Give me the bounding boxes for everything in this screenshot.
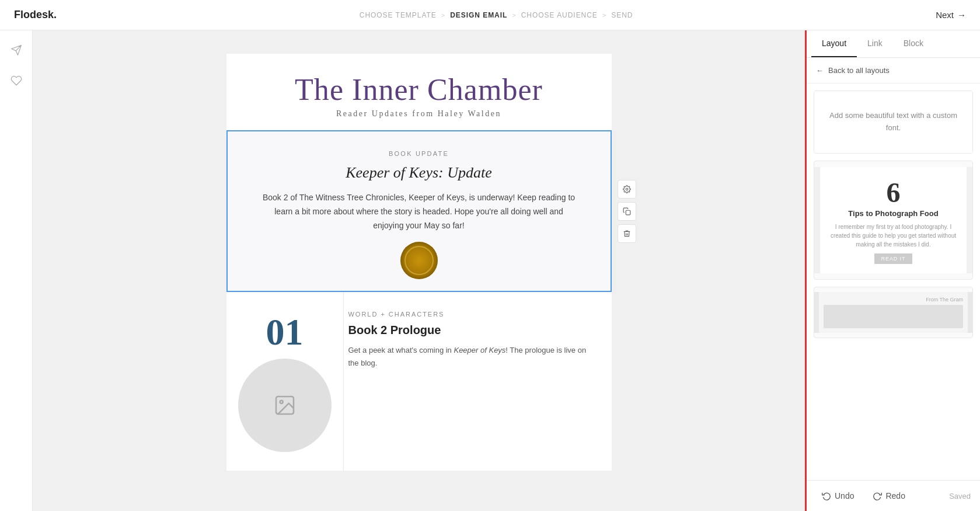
main-layout: The Inner Chamber Reader Updates from Ha… xyxy=(0,30,980,511)
step-choose-template[interactable]: CHOOSE TEMPLATE xyxy=(360,11,437,19)
block2-tag: WORLD + CHARACTERS xyxy=(348,311,598,318)
lc2-read-btn: READ IT xyxy=(874,253,913,264)
canvas-area[interactable]: The Inner Chamber Reader Updates from Ha… xyxy=(33,30,805,511)
back-to-layouts-button[interactable]: ← Back to all layouts xyxy=(807,58,980,84)
layout-card-3[interactable]: From The Gram xyxy=(814,287,973,338)
layout-card-3-outer: From The Gram xyxy=(814,292,972,333)
block2-right: WORLD + CHARACTERS Book 2 Prologue Get a… xyxy=(343,292,612,471)
email-block-2[interactable]: 01 WORLD + CHARACTERS Book 2 Prologue Ge… xyxy=(226,292,612,471)
tab-link[interactable]: Link xyxy=(857,30,893,57)
arrow-right-icon: → xyxy=(957,10,966,20)
tab-block[interactable]: Block xyxy=(893,30,934,57)
svg-point-3 xyxy=(280,401,283,404)
lc2-title: Tips to Photograph Food xyxy=(829,208,957,219)
layout-card-1-text: Add some beautiful text with a custom fo… xyxy=(828,110,958,134)
layout-card-1[interactable]: Add some beautiful text with a custom fo… xyxy=(814,91,973,154)
step-arrow-1: > xyxy=(441,12,445,19)
block2-image-placeholder xyxy=(238,359,332,452)
step-arrow-3: > xyxy=(602,12,606,19)
block1-body: Book 2 of The Witness Tree Chronicles, K… xyxy=(263,191,576,232)
block2-number: 01 xyxy=(266,311,304,354)
redo-icon xyxy=(873,491,882,500)
redo-button[interactable]: Redo xyxy=(867,488,911,504)
layout-card-1-inner: Add some beautiful text with a custom fo… xyxy=(814,91,972,153)
step-arrow-2: > xyxy=(512,12,516,19)
block2-body: Get a peek at what's coming in Keeper of… xyxy=(348,344,598,370)
back-arrow-icon: ← xyxy=(816,66,824,75)
lc2-body: I remember my first try at food photogra… xyxy=(829,223,957,249)
left-sidebar xyxy=(0,30,33,511)
right-panel-tabs: Layout Link Block xyxy=(807,30,980,58)
gold-seal-inner xyxy=(404,246,434,275)
email-header: The Inner Chamber Reader Updates from Ha… xyxy=(226,54,612,130)
lc2-number: 6 xyxy=(829,176,957,208)
gold-seal xyxy=(400,242,438,279)
right-panel: Layout Link Block ← Back to all layouts … xyxy=(805,30,980,511)
step-design-email[interactable]: DESIGN EMAIL xyxy=(450,11,507,19)
next-button[interactable]: Next → xyxy=(936,10,966,20)
email-title-sub: Reader Updates from Haley Walden xyxy=(226,109,612,119)
block2-left: 01 xyxy=(226,292,343,471)
layout-card-3-inner: From The Gram xyxy=(819,292,968,333)
layout-card-2[interactable]: 6 Tips to Photograph Food I remember my … xyxy=(814,161,973,280)
app-header: Flodesk. CHOOSE TEMPLATE > DESIGN EMAIL … xyxy=(0,0,980,30)
tab-layout[interactable]: Layout xyxy=(811,30,857,57)
undo-button[interactable]: Undo xyxy=(816,488,860,504)
app-logo: Flodesk. xyxy=(14,9,57,21)
block1-title: Keeper of Keys: Update xyxy=(263,164,576,182)
step-choose-audience[interactable]: CHOOSE AUDIENCE xyxy=(521,11,598,19)
block-delete-button[interactable] xyxy=(618,224,636,243)
block2-title: Book 2 Prologue xyxy=(348,324,598,337)
send-icon[interactable] xyxy=(8,42,25,58)
block-actions xyxy=(618,180,636,243)
undo-icon xyxy=(822,491,831,500)
email-wrapper: The Inner Chamber Reader Updates from Ha… xyxy=(226,54,612,471)
svg-point-0 xyxy=(626,188,628,190)
svg-rect-1 xyxy=(626,210,630,215)
block-duplicate-button[interactable] xyxy=(618,202,636,221)
lc3-tag: From The Gram xyxy=(824,297,963,303)
saved-status: Saved xyxy=(949,492,971,500)
email-title-main: The Inner Chamber xyxy=(226,72,612,107)
layout-card-2-outer: 6 Tips to Photograph Food I remember my … xyxy=(814,167,972,273)
block1-tag: BOOK UPDATE xyxy=(263,150,576,157)
step-send[interactable]: SEND xyxy=(611,11,633,19)
block1-inner: BOOK UPDATE Keeper of Keys: Update Book … xyxy=(228,131,611,291)
block-settings-button[interactable] xyxy=(618,180,636,199)
bottom-bar: Undo Redo Saved xyxy=(807,480,980,511)
layout-card-2-inner: 6 Tips to Photograph Food I remember my … xyxy=(820,167,967,273)
breadcrumb: CHOOSE TEMPLATE > DESIGN EMAIL > CHOOSE … xyxy=(360,11,633,19)
email-block-1[interactable]: BOOK UPDATE Keeper of Keys: Update Book … xyxy=(226,130,612,292)
layout-cards: Add some beautiful text with a custom fo… xyxy=(807,84,980,480)
heart-icon[interactable] xyxy=(8,72,25,89)
